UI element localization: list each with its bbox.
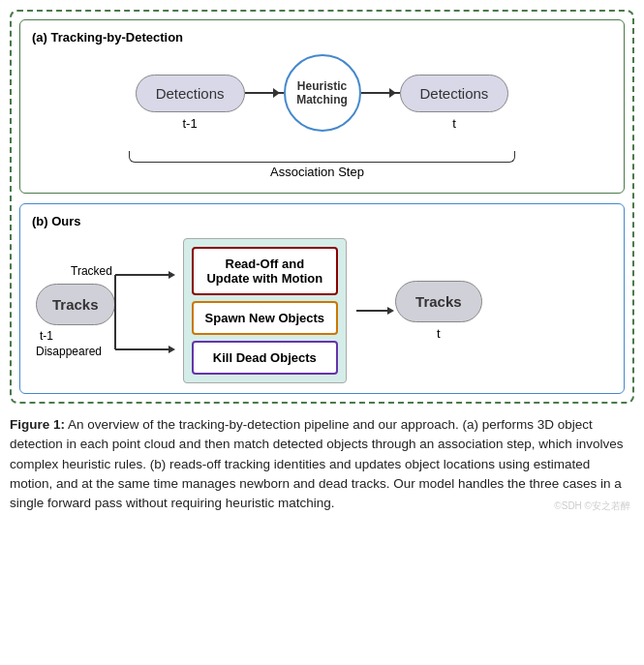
tracks-pill-right: Tracks bbox=[395, 281, 482, 322]
section-a-content: Detections t-1 Heuristic Matching De bbox=[32, 54, 612, 151]
svg-marker-6 bbox=[387, 307, 394, 315]
connector-svg bbox=[115, 248, 173, 374]
box-spawn: Spawn New Objects bbox=[192, 301, 339, 335]
heuristic-matching: Heuristic Matching bbox=[284, 54, 361, 132]
section-a: (a) Tracking-by-Detection Detections t-1… bbox=[19, 19, 625, 194]
caption-bold: Figure 1: bbox=[10, 417, 65, 432]
time-t1: t-1 bbox=[182, 116, 197, 131]
t-label: t bbox=[437, 326, 441, 341]
detections-t1: Detections bbox=[136, 75, 245, 112]
disappeared-label: Disappeared bbox=[36, 345, 102, 358]
svg-marker-1 bbox=[169, 271, 175, 279]
section-a-label: (a) Tracking-by-Detection bbox=[32, 30, 612, 45]
tracks-pill-left: Tracks bbox=[36, 284, 115, 325]
caption-text: An overview of the tracking-by-detection… bbox=[10, 417, 623, 510]
main-diagram: (a) Tracking-by-Detection Detections t-1… bbox=[10, 10, 634, 404]
right-arrow-svg bbox=[356, 248, 395, 374]
middle-boxes: Read-Off and Update with Motion Spawn Ne… bbox=[183, 238, 348, 383]
time-t: t bbox=[452, 116, 456, 131]
tracked-label: Tracked bbox=[71, 264, 112, 278]
svg-marker-4 bbox=[169, 346, 175, 353]
t-minus-label: t-1 bbox=[40, 329, 53, 343]
association-label: Association Step bbox=[71, 165, 564, 179]
figure-caption: Figure 1: An overview of the tracking-by… bbox=[10, 415, 634, 513]
section-b: (b) Ours Tracked Tracks t-1 Disappeared bbox=[19, 203, 625, 394]
box-read-off: Read-Off and Update with Motion bbox=[192, 247, 339, 295]
box-kill: Kill Dead Objects bbox=[192, 341, 339, 375]
watermark: ©SDH ©安之若醉 bbox=[554, 499, 630, 513]
detections-t: Detections bbox=[400, 75, 509, 112]
section-b-label: (b) Ours bbox=[32, 214, 612, 228]
